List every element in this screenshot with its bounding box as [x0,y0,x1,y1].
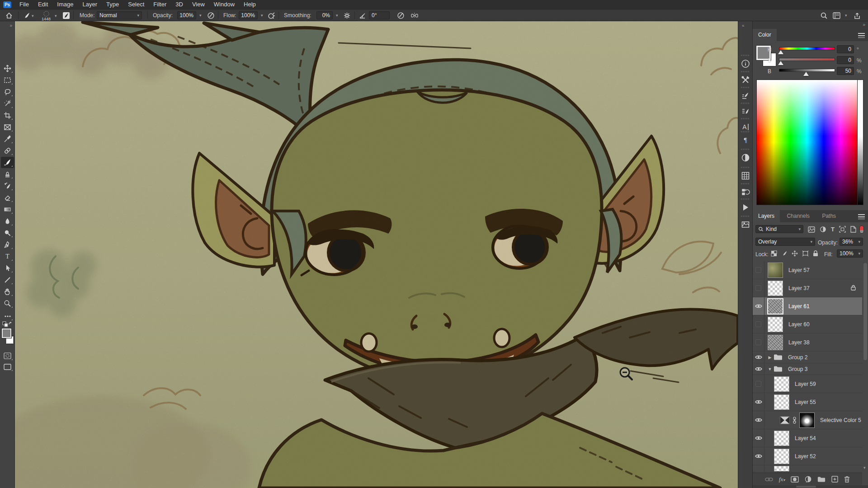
opacity-chevron[interactable]: ▾ [199,9,202,21]
tab-channels[interactable]: Channels [781,210,815,222]
menu-view[interactable]: View [188,0,209,9]
hand-tool[interactable] [1,286,14,297]
color-panel-menu-icon[interactable] [858,33,865,38]
default-colors-button[interactable] [2,321,12,329]
panel-paragraph-button[interactable]: ¶ [740,135,751,145]
layer-row[interactable] [753,465,862,472]
clone-stamp-tool[interactable] [1,169,14,180]
screen-mode-button[interactable] [1,361,14,372]
flow-input[interactable]: 100% [239,11,258,19]
quick-mask-button[interactable] [1,350,14,361]
layer-opacity-input[interactable]: 36% ▾ [840,238,863,246]
layer-thumbnail[interactable] [774,449,789,464]
layer-name[interactable]: Layer 52 [795,453,816,460]
layer-row[interactable]: Selective Color 5 [753,411,862,429]
hue-input[interactable]: 0 [837,45,854,53]
layer-row[interactable]: Layer 37 [753,279,862,297]
smoothing-options-button[interactable] [344,10,350,21]
new-layer-button[interactable] [831,476,838,483]
panel-adjustments-button[interactable] [740,152,751,163]
panel-timeline-button[interactable] [740,202,751,213]
panel-libraries-button[interactable] [740,219,751,230]
pressure-size-button[interactable] [397,10,405,21]
grayscale-ramp[interactable] [858,80,863,205]
layer-name[interactable]: Selective Color 5 [820,417,861,423]
tool-preset-brush[interactable]: ▾ [23,10,34,21]
layer-name[interactable]: Layer 54 [795,435,816,441]
layer-row[interactable]: Layer 61 [753,297,862,315]
workspace-chevron[interactable]: ▾ [845,9,847,21]
toolbar-expand-button[interactable]: » [9,23,12,28]
visibility-toggle-on[interactable] [753,352,764,363]
delete-layer-button[interactable] [844,476,850,483]
menu-select[interactable]: Select [123,0,149,9]
brush-tool[interactable] [1,157,14,168]
toggle-brush-settings-button[interactable] [62,10,70,21]
layer-blend-mode-select[interactable]: Overlay ▾ [755,238,815,246]
layer-thumbnail[interactable] [768,335,783,350]
layer-group-row[interactable]: ▶Group 2 [753,352,862,363]
visibility-toggle-off[interactable] [753,279,764,297]
spot-healing-tool[interactable] [1,145,14,156]
layer-row[interactable]: Layer 55 [753,393,862,411]
visibility-toggle-on[interactable] [753,393,764,411]
layer-thumbnail[interactable] [774,376,789,392]
visibility-toggle-on[interactable] [753,363,764,375]
tab-layers[interactable]: Layers [753,210,780,222]
canvas[interactable] [15,21,738,488]
color-spectrum[interactable] [756,80,858,205]
brush-angle-button[interactable] [359,10,366,21]
lock-image-icon[interactable] [781,250,788,257]
gradient-tool[interactable] [1,204,14,215]
filter-shape-layers-icon[interactable] [839,226,846,233]
blur-tool[interactable] [1,216,14,227]
layer-name[interactable]: Layer 37 [788,285,810,291]
crop-tool[interactable] [1,110,14,121]
saturation-slider-thumb[interactable] [778,61,783,65]
layer-thumbnail[interactable] [774,394,789,410]
layer-name[interactable]: Layer 59 [795,381,816,387]
flow-chevron[interactable]: ▾ [261,9,263,21]
brightness-slider[interactable] [779,69,835,72]
edit-toolbar-button[interactable] [1,310,14,322]
share-button[interactable] [854,10,861,21]
layer-filter-kind-select[interactable]: Kind ▾ [755,225,803,233]
layer-name[interactable]: Layer 38 [788,339,810,346]
scrollbar-down-arrow[interactable]: ▾ [863,465,866,470]
move-tool[interactable] [1,63,14,74]
foreground-background-colors[interactable] [2,328,14,348]
brightness-slider-thumb[interactable] [803,72,809,76]
opacity-input[interactable]: 100% [177,11,196,19]
panel-swatches-button[interactable] [740,170,751,181]
airbrush-button[interactable] [268,10,275,21]
layer-row[interactable]: Layer 52 [753,447,862,465]
layer-thumbnail[interactable] [768,317,783,332]
visibility-toggle-on[interactable] [753,447,764,465]
zoom-tool[interactable] [1,298,14,309]
link-layers-button[interactable] [765,477,773,482]
visibility-toggle-off[interactable] [753,315,764,333]
panel-properties-button[interactable] [740,75,751,85]
layer-name[interactable]: Layer 57 [788,267,810,273]
quick-selection-tool[interactable] [1,98,14,109]
new-group-button[interactable] [817,476,826,483]
group-expand-arrow[interactable]: ▶ [766,355,774,360]
paint-symmetry-button[interactable] [410,10,419,21]
layer-name[interactable]: Group 3 [788,366,807,372]
layer-row[interactable]: Layer 38 [753,333,862,352]
brush-angle-input[interactable]: 0° [369,11,390,19]
visibility-toggle-off[interactable] [753,375,764,393]
layer-name[interactable]: Group 2 [788,354,807,361]
layer-name[interactable]: Layer 60 [788,321,810,328]
add-mask-button[interactable] [791,476,799,483]
layer-row[interactable]: Layer 57 [753,261,862,279]
menu-edit[interactable]: Edit [33,0,52,9]
smoothing-chevron[interactable]: ▾ [336,9,338,21]
lock-transparency-icon[interactable] [771,250,777,257]
layer-row[interactable]: Layer 60 [753,315,862,333]
layer-row[interactable]: Layer 59 [753,375,862,393]
panel-info-button[interactable] [740,58,751,69]
filter-type-layers-icon[interactable]: T [831,226,835,233]
lock-position-icon[interactable] [792,250,798,257]
visibility-toggle-off[interactable] [753,465,764,472]
